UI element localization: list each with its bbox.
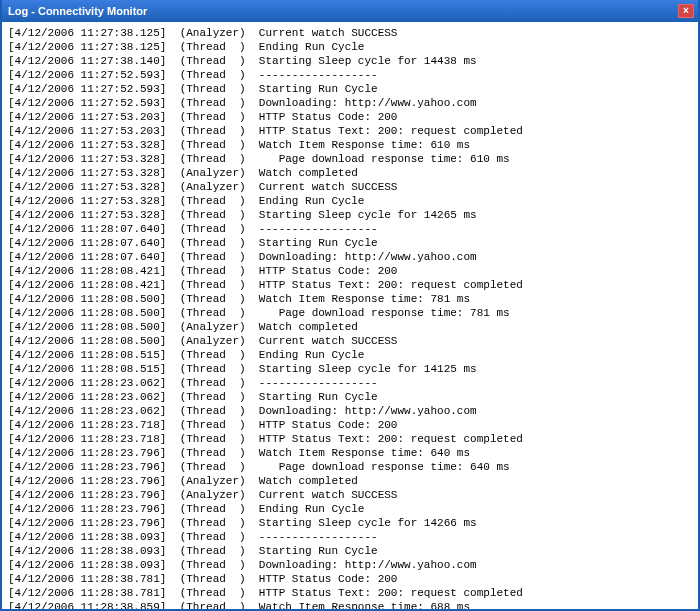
log-line: [4/12/2006 11:27:53.328] (Thread ) Watch… (8, 138, 692, 152)
log-line: [4/12/2006 11:27:53.328] (Analyzer) Watc… (8, 166, 692, 180)
log-line: [4/12/2006 11:28:23.062] (Thread ) -----… (8, 376, 692, 390)
log-line: [4/12/2006 11:28:23.796] (Thread ) Endin… (8, 502, 692, 516)
log-line: [4/12/2006 11:28:08.500] (Analyzer) Curr… (8, 334, 692, 348)
log-line: [4/12/2006 11:28:08.500] (Thread ) Page … (8, 306, 692, 320)
log-line: [4/12/2006 11:27:53.203] (Thread ) HTTP … (8, 124, 692, 138)
titlebar[interactable]: Log - Connectivity Monitor × (2, 0, 698, 22)
log-line: [4/12/2006 11:28:23.796] (Thread ) Page … (8, 460, 692, 474)
log-line: [4/12/2006 11:28:23.062] (Thread ) Start… (8, 390, 692, 404)
log-line: [4/12/2006 11:27:53.328] (Analyzer) Curr… (8, 180, 692, 194)
log-line: [4/12/2006 11:27:53.328] (Thread ) Page … (8, 152, 692, 166)
log-line: [4/12/2006 11:28:08.500] (Thread ) Watch… (8, 292, 692, 306)
log-line: [4/12/2006 11:27:38.125] (Thread ) Endin… (8, 40, 692, 54)
log-line: [4/12/2006 11:27:53.328] (Thread ) Start… (8, 208, 692, 222)
log-line: [4/12/2006 11:27:38.125] (Analyzer) Curr… (8, 26, 692, 40)
log-line: [4/12/2006 11:28:08.500] (Analyzer) Watc… (8, 320, 692, 334)
log-line: [4/12/2006 11:28:07.640] (Thread ) -----… (8, 222, 692, 236)
log-line: [4/12/2006 11:28:38.093] (Thread ) Downl… (8, 558, 692, 572)
log-line: [4/12/2006 11:27:38.140] (Thread ) Start… (8, 54, 692, 68)
log-window: Log - Connectivity Monitor × [4/12/2006 … (0, 0, 700, 611)
log-line: [4/12/2006 11:28:38.859] (Thread ) Watch… (8, 600, 692, 609)
log-line: [4/12/2006 11:28:23.796] (Thread ) Start… (8, 516, 692, 530)
log-line: [4/12/2006 11:28:07.640] (Thread ) Start… (8, 236, 692, 250)
log-line: [4/12/2006 11:28:38.781] (Thread ) HTTP … (8, 572, 692, 586)
log-line: [4/12/2006 11:28:08.515] (Thread ) Start… (8, 362, 692, 376)
log-line: [4/12/2006 11:28:08.421] (Thread ) HTTP … (8, 278, 692, 292)
log-line: [4/12/2006 11:27:52.593] (Thread ) -----… (8, 68, 692, 82)
window-title: Log - Connectivity Monitor (6, 5, 678, 17)
log-line: [4/12/2006 11:27:53.203] (Thread ) HTTP … (8, 110, 692, 124)
log-line: [4/12/2006 11:28:38.781] (Thread ) HTTP … (8, 586, 692, 600)
log-line: [4/12/2006 11:28:23.718] (Thread ) HTTP … (8, 432, 692, 446)
log-line: [4/12/2006 11:28:08.515] (Thread ) Endin… (8, 348, 692, 362)
close-button[interactable]: × (678, 4, 694, 18)
log-line: [4/12/2006 11:28:38.093] (Thread ) Start… (8, 544, 692, 558)
log-line: [4/12/2006 11:28:08.421] (Thread ) HTTP … (8, 264, 692, 278)
log-text-area[interactable]: [4/12/2006 11:27:38.125] (Analyzer) Curr… (2, 22, 698, 609)
log-line: [4/12/2006 11:28:23.796] (Analyzer) Curr… (8, 488, 692, 502)
log-line: [4/12/2006 11:28:23.062] (Thread ) Downl… (8, 404, 692, 418)
log-line: [4/12/2006 11:28:23.796] (Analyzer) Watc… (8, 474, 692, 488)
log-line: [4/12/2006 11:28:38.093] (Thread ) -----… (8, 530, 692, 544)
log-line: [4/12/2006 11:27:52.593] (Thread ) Downl… (8, 96, 692, 110)
log-line: [4/12/2006 11:28:23.718] (Thread ) HTTP … (8, 418, 692, 432)
log-line: [4/12/2006 11:27:53.328] (Thread ) Endin… (8, 194, 692, 208)
log-line: [4/12/2006 11:27:52.593] (Thread ) Start… (8, 82, 692, 96)
log-line: [4/12/2006 11:28:23.796] (Thread ) Watch… (8, 446, 692, 460)
log-line: [4/12/2006 11:28:07.640] (Thread ) Downl… (8, 250, 692, 264)
